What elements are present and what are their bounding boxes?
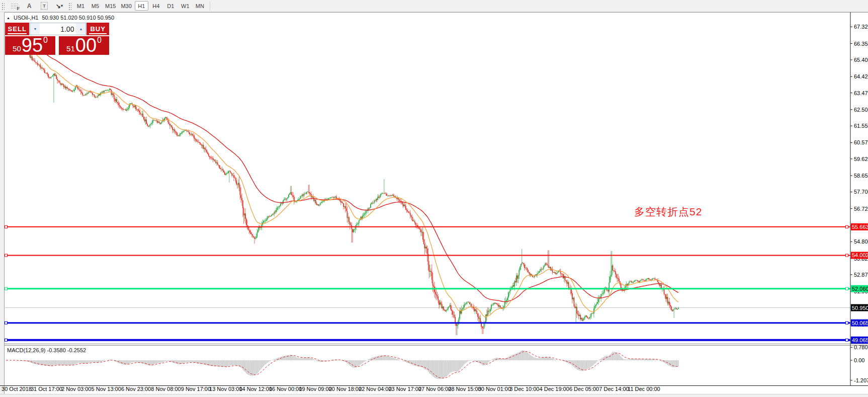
svg-text:63.475: 63.475 (854, 90, 868, 96)
svg-text:66.350: 66.350 (854, 41, 868, 47)
svg-text:14 Nov 12:00: 14 Nov 12:00 (239, 386, 272, 392)
svg-text:3 Dec 10:00: 3 Dec 10:00 (509, 386, 539, 392)
price-panel-gap (55, 36, 59, 55)
svg-text:0.00: 0.00 (854, 357, 864, 363)
svg-text:9 Nov 17:00: 9 Nov 17:00 (181, 386, 211, 392)
tab-timeframe-h4[interactable]: H4 (149, 1, 163, 11)
toolbar: F A T ↘ ▾ M1M5M15M30H1H4D1W1MN (0, 0, 868, 12)
buy-price-sup: 0 (97, 36, 102, 44)
time-axis: 30 Oct 201831 Oct 17:002 Nov 03:005 Nov … (2, 386, 660, 392)
svg-text:54.002: 54.002 (852, 252, 868, 258)
buy-price-display[interactable]: 51000 (59, 36, 109, 55)
svg-text:5 Nov 13:00: 5 Nov 13:00 (92, 386, 121, 392)
sell-price-small: 50 (13, 45, 21, 52)
trade-controls-row: SELL ▼ ▲ BUY (5, 23, 109, 35)
svg-text:22 Nov 04:00: 22 Nov 04:00 (359, 386, 391, 392)
svg-text:67.325: 67.325 (854, 24, 868, 30)
svg-text:23 Nov 17:00: 23 Nov 17:00 (388, 386, 421, 392)
svg-text:61.550: 61.550 (854, 123, 868, 129)
svg-text:56.725: 56.725 (854, 206, 868, 212)
line-handle (846, 254, 848, 257)
svg-text:65.400: 65.400 (854, 57, 868, 63)
tab-timeframe-m30[interactable]: M30 (119, 1, 133, 11)
svg-text:60.575: 60.575 (854, 139, 868, 145)
volume-increase-button[interactable]: ▲ (76, 23, 85, 35)
svg-text:55.663: 55.663 (852, 224, 868, 230)
volume-input[interactable] (40, 23, 76, 35)
svg-text:50.065: 50.065 (852, 320, 868, 326)
one-click-trading-panel: SELL ▼ ▲ BUY 50950 51000 (5, 23, 109, 55)
buy-price-small: 51 (66, 45, 75, 52)
timeframe-buttons: M1M5M15M30H1H4D1W1MN (73, 1, 207, 11)
svg-text:16 Nov 00:00: 16 Nov 00:00 (269, 386, 302, 392)
svg-text:20 Nov 18:00: 20 Nov 18:00 (329, 386, 362, 392)
sell-button[interactable]: SELL (5, 23, 29, 35)
buy-price-big: 00 (75, 38, 97, 53)
svg-text:30 Oct 2018: 30 Oct 2018 (2, 386, 32, 392)
text-box-icon[interactable]: T (38, 1, 51, 11)
svg-text:0.7807: 0.7807 (854, 344, 868, 350)
toolbar-grip[interactable] (1, 2, 5, 10)
line-handle (5, 339, 8, 341)
collapse-icon[interactable]: ▲ (7, 16, 10, 20)
chart-ohlc-values: 50.930 51.020 50.910 50.950 (42, 15, 114, 21)
tab-timeframe-m15[interactable]: M15 (103, 1, 118, 11)
tab-timeframe-m1[interactable]: M1 (74, 1, 88, 11)
trade-prices-row: 50950 51000 (5, 36, 109, 55)
svg-text:8 Nov 08:00: 8 Nov 08:00 (151, 386, 181, 392)
price-chart-canvas[interactable]: 67.32566.35065.40064.42563.47562.50061.5… (0, 0, 868, 397)
tab-timeframe-mn[interactable]: MN (193, 1, 207, 11)
svg-text:6 Nov 23:00: 6 Nov 23:00 (121, 386, 151, 392)
svg-text:59.625: 59.625 (854, 156, 868, 162)
svg-text:28 Nov 15:00: 28 Nov 15:00 (448, 386, 481, 392)
text-label-icon[interactable]: A (23, 1, 36, 11)
volume-decrease-button[interactable]: ▼ (30, 23, 40, 35)
line-handle (846, 287, 848, 290)
sell-price-display[interactable]: 50950 (5, 36, 55, 55)
svg-text:2 Nov 03:00: 2 Nov 03:00 (61, 386, 91, 392)
line-handle (5, 254, 8, 257)
svg-text:49.065: 49.065 (852, 337, 868, 343)
arrow-objects-icon[interactable]: ↘ ▾ (53, 1, 66, 11)
tab-timeframe-d1[interactable]: D1 (164, 1, 178, 11)
svg-text:30 Nov 01:00: 30 Nov 01:00 (478, 386, 511, 392)
chart-title: ▲ USOil-,H1 50.930 51.020 50.910 50.950 (7, 15, 114, 21)
grid-dots: F (11, 3, 18, 9)
svg-text:31 Oct 17:00: 31 Oct 17:00 (31, 386, 62, 392)
svg-text:13 Nov 03:00: 13 Nov 03:00 (209, 386, 242, 392)
chart-symbol-period: USOil-,H1 (14, 15, 39, 21)
svg-text:58.650: 58.650 (854, 173, 868, 179)
svg-text:57.700: 57.700 (854, 189, 868, 195)
svg-text:50.950: 50.950 (852, 305, 868, 311)
svg-text:4 Dec 19:00: 4 Dec 19:00 (540, 386, 569, 392)
chevron-down-icon: ▾ (61, 4, 63, 8)
sell-price-sup: 0 (43, 36, 48, 44)
line-handle (5, 225, 8, 228)
svg-text:11 Dec 00:00: 11 Dec 00:00 (628, 386, 660, 392)
line-handle (846, 225, 848, 228)
volume-spinner: ▼ ▲ (30, 23, 86, 35)
svg-text:-1.2078: -1.2078 (854, 377, 868, 383)
line-handle (5, 322, 8, 324)
svg-text:62.500: 62.500 (854, 107, 868, 113)
toolbar-separator (210, 2, 210, 11)
chart-annotation-text: 多空转折点52 (634, 205, 702, 219)
grid-snap-icon[interactable]: F (8, 1, 21, 11)
svg-text:64.425: 64.425 (854, 73, 868, 80)
buy-button[interactable]: BUY (86, 23, 109, 35)
svg-text:54.800: 54.800 (854, 239, 868, 245)
sell-price-big: 95 (22, 38, 43, 53)
svg-text:52.060: 52.060 (852, 286, 868, 292)
tab-timeframe-h1[interactable]: H1 (135, 1, 148, 11)
svg-text:27 Nov 06:00: 27 Nov 06:00 (418, 386, 451, 392)
tab-timeframe-m5[interactable]: M5 (89, 1, 102, 11)
tab-timeframe-w1[interactable]: W1 (179, 1, 192, 11)
svg-text:6 Dec 05:00: 6 Dec 05:00 (569, 386, 599, 392)
macd-indicator-label: MACD(12,26,9) -0.3580 -0.2552 (7, 347, 86, 353)
toolbar-grip-2[interactable] (68, 2, 71, 10)
svg-text:19 Nov 09:00: 19 Nov 09:00 (299, 386, 331, 392)
svg-text:7 Dec 14:00: 7 Dec 14:00 (599, 386, 629, 392)
line-handle (5, 287, 8, 290)
line-handle (846, 339, 848, 341)
svg-text:52.875: 52.875 (854, 272, 868, 278)
